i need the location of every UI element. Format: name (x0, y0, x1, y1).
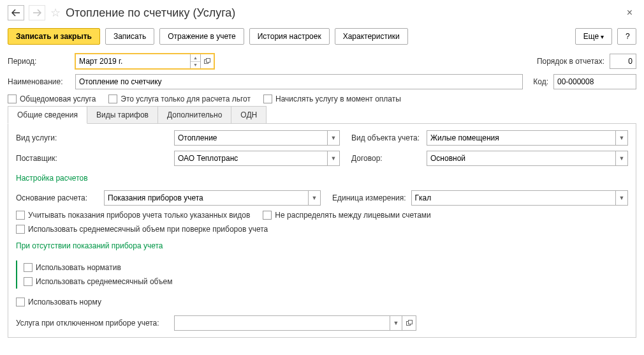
svg-rect-1 (207, 59, 210, 63)
calc-basis-label: Основание расчета: (16, 193, 99, 202)
common-service-checkbox[interactable] (8, 94, 17, 103)
code-label: Код: (533, 77, 548, 86)
open-dialog-icon (204, 58, 210, 64)
use-norma-label: Использовать норму (28, 298, 101, 306)
open-dialog-icon (406, 320, 413, 326)
period-label: Период: (8, 57, 70, 66)
save-button[interactable]: Записать (105, 28, 154, 45)
help-button[interactable]: ? (617, 28, 636, 45)
arrow-right-icon (33, 9, 41, 17)
close-button[interactable]: × (623, 6, 636, 20)
tab-additional[interactable]: Дополнительно (157, 106, 231, 123)
supplier-dropdown[interactable]: ▼ (327, 151, 340, 166)
period-input-group: ▲ ▼ (75, 54, 214, 69)
code-input[interactable] (553, 74, 636, 89)
benefits-only-label: Это услуга только для расчета льгот (121, 94, 251, 103)
benefits-only-checkbox[interactable] (108, 94, 117, 103)
use-avg-label: Использовать среднемесячный объем (36, 277, 172, 286)
name-label: Наименование: (8, 77, 70, 86)
object-type-input[interactable] (427, 130, 615, 146)
nav-forward-button[interactable] (29, 5, 45, 20)
charge-on-payment-checkbox[interactable] (263, 94, 272, 103)
use-norm-label: Использовать норматив (36, 263, 121, 272)
unit-input[interactable] (411, 190, 615, 206)
disabled-service-input[interactable] (174, 315, 390, 331)
disabled-service-open[interactable] (402, 315, 416, 331)
more-button[interactable]: Еще (575, 28, 612, 45)
service-type-input[interactable] (174, 130, 327, 146)
contract-label: Договор: (351, 154, 421, 163)
save-and-close-button[interactable]: Записать и закрыть (8, 28, 100, 45)
unit-dropdown[interactable]: ▼ (615, 190, 628, 206)
common-service-label: Общедомовая услуга (20, 94, 96, 103)
no-distribute-checkbox[interactable] (263, 211, 272, 220)
calc-basis-input[interactable] (104, 190, 308, 206)
object-type-label: Вид объекта учета: (351, 133, 421, 142)
reflect-button[interactable]: Отражение в учете (159, 28, 244, 45)
period-input[interactable] (75, 54, 190, 69)
supplier-input[interactable] (174, 151, 327, 166)
specified-types-label: Учитывать показания приборов учета тольк… (28, 211, 250, 220)
service-type-label: Вид услуги: (16, 133, 169, 142)
characteristics-button[interactable]: Характеристики (335, 28, 408, 45)
avg-volume-check-label: Использовать среднемесячный объем при по… (28, 225, 268, 234)
period-spinner-down[interactable]: ▼ (191, 62, 200, 69)
no-readings-title: При отсутствии показаний прибора учета (16, 241, 628, 250)
period-open-button[interactable] (200, 54, 214, 69)
history-button[interactable]: История настроек (249, 28, 330, 45)
avg-volume-check-checkbox[interactable] (16, 225, 25, 234)
supplier-label: Поставщик: (16, 154, 169, 163)
no-distribute-label: Не распределять между лицевыми счетами (275, 211, 430, 220)
tab-odn[interactable]: ОДН (231, 106, 267, 123)
calc-basis-dropdown[interactable]: ▼ (308, 190, 321, 206)
use-norma-checkbox[interactable] (16, 298, 25, 306)
service-type-dropdown[interactable]: ▼ (327, 130, 340, 146)
unit-label: Единица измерения: (332, 193, 406, 202)
name-input[interactable] (75, 74, 523, 89)
tab-tariffs[interactable]: Виды тарифов (87, 106, 158, 123)
charge-on-payment-label: Начислять услугу в момент оплаты (275, 94, 401, 103)
contract-input[interactable] (427, 151, 615, 166)
use-norm-checkbox[interactable] (24, 263, 33, 272)
nav-back-button[interactable] (8, 5, 24, 20)
tab-general[interactable]: Общие сведения (8, 106, 87, 124)
favorite-star-icon[interactable]: ☆ (50, 6, 61, 20)
page-title: Отопление по счетчику (Услуга) (66, 6, 235, 20)
period-spinner-up[interactable]: ▲ (191, 54, 200, 62)
arrow-left-icon (11, 9, 20, 17)
use-avg-checkbox[interactable] (24, 277, 33, 286)
disabled-service-dropdown[interactable]: ▼ (390, 315, 402, 331)
order-input[interactable] (610, 54, 636, 69)
order-label: Порядок в отчетах: (537, 57, 604, 66)
object-type-dropdown[interactable]: ▼ (615, 130, 628, 146)
no-readings-block: Использовать норматив Использовать средн… (16, 261, 628, 289)
calc-settings-title: Настройка расчетов (16, 174, 628, 183)
specified-types-checkbox[interactable] (16, 211, 25, 220)
period-spinner: ▲ ▼ (190, 54, 200, 69)
disabled-service-label: Услуга при отключенном приборе учета: (16, 319, 169, 328)
svg-rect-3 (408, 321, 412, 324)
contract-dropdown[interactable]: ▼ (615, 151, 628, 166)
